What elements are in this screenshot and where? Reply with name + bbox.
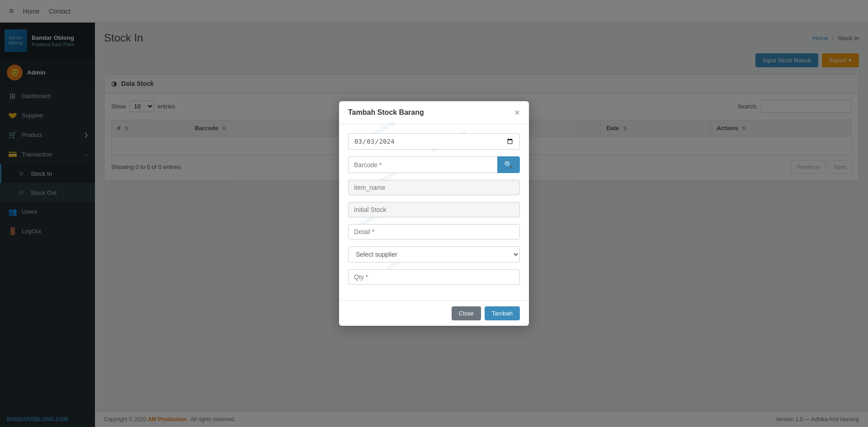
modal-close-button[interactable]: × <box>514 108 520 117</box>
barcode-input[interactable] <box>348 156 497 173</box>
item-name-form-group <box>348 180 520 195</box>
qty-input[interactable] <box>348 269 520 285</box>
search-icon: 🔍 <box>504 160 513 169</box>
barcode-input-group: 🔍 <box>348 156 520 173</box>
supplier-form-group: Select supplier Supplier A Supplier B Su… <box>348 246 520 263</box>
modal: stockmalang stockmalang stockmalang stoc… <box>339 101 529 326</box>
initial-stock-form-group <box>348 202 520 217</box>
modal-footer: Close Tambah <box>339 300 529 326</box>
modal-header: Tambah Stock Barang × <box>339 101 529 124</box>
date-input[interactable] <box>348 133 520 150</box>
detail-form-group <box>348 224 520 239</box>
item-name-input <box>348 180 520 195</box>
modal-overlay[interactable]: stockmalang stockmalang stockmalang stoc… <box>0 0 868 427</box>
barcode-form-group: 🔍 <box>348 156 520 173</box>
barcode-search-button[interactable]: 🔍 <box>497 156 520 173</box>
tambah-button[interactable]: Tambah <box>485 306 520 320</box>
close-button[interactable]: Close <box>452 306 481 320</box>
detail-input[interactable] <box>348 224 520 239</box>
modal-body: 🔍 Select supplier Supplier A <box>339 124 529 300</box>
supplier-select[interactable]: Select supplier Supplier A Supplier B Su… <box>348 246 520 263</box>
date-form-group <box>348 133 520 150</box>
qty-form-group <box>348 269 520 285</box>
initial-stock-input <box>348 202 520 217</box>
modal-title: Tambah Stock Barang <box>348 108 424 117</box>
